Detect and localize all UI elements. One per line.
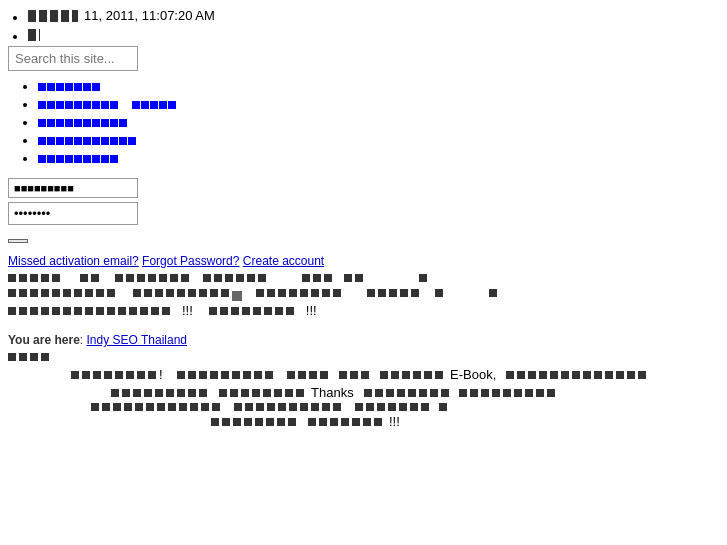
you-are-here-label: You are here (8, 333, 80, 347)
links-row: Missed activation email? Forgot Password… (8, 254, 719, 268)
list-item (38, 115, 719, 130)
nav-link-1[interactable] (38, 79, 100, 94)
timestamp: 11, 2011, 11:07:20 AM (84, 8, 215, 23)
exclamation-1: !!! (182, 303, 193, 318)
missed-activation-link[interactable]: Missed activation email? (8, 254, 139, 268)
nav-link-5[interactable] (38, 151, 118, 166)
login-button[interactable] (8, 239, 28, 243)
top-bullet-item: 11, 2011, 11:07:20 AM (28, 8, 719, 23)
top-list: 11, 2011, 11:07:20 AM (28, 8, 719, 44)
search-input[interactable] (8, 46, 138, 71)
list-item (38, 133, 719, 148)
create-account-link[interactable]: Create account (243, 254, 324, 268)
final-exclamation: !!! (389, 414, 400, 429)
breadcrumb-link[interactable]: Indy SEO Thailand (86, 333, 187, 347)
breadcrumb: You are here: Indy SEO Thailand (8, 333, 719, 347)
ebook-label: E-Book, (450, 367, 496, 382)
scattered-pixel-area: !!! !!! (8, 274, 719, 329)
forgot-password-link[interactable]: Forgot Password? (142, 254, 239, 268)
second-bullet (28, 29, 719, 44)
list-item (38, 79, 719, 94)
nav-link-2[interactable] (38, 97, 176, 112)
nav-link-3[interactable] (38, 115, 127, 130)
list-item (38, 151, 719, 166)
username-input[interactable] (8, 178, 138, 198)
small-icon (28, 29, 40, 41)
nav-list (38, 79, 719, 166)
post-title-area (8, 353, 719, 361)
exclamation-2: !!! (306, 303, 317, 318)
main-content: ! E-Book, Thanks (8, 367, 719, 447)
password-input[interactable] (8, 202, 138, 225)
nav-link-4[interactable] (38, 133, 136, 148)
list-item (38, 97, 719, 112)
thanks-label: Thanks (311, 385, 354, 400)
login-section (8, 178, 719, 244)
icon-pixels (28, 10, 78, 22)
